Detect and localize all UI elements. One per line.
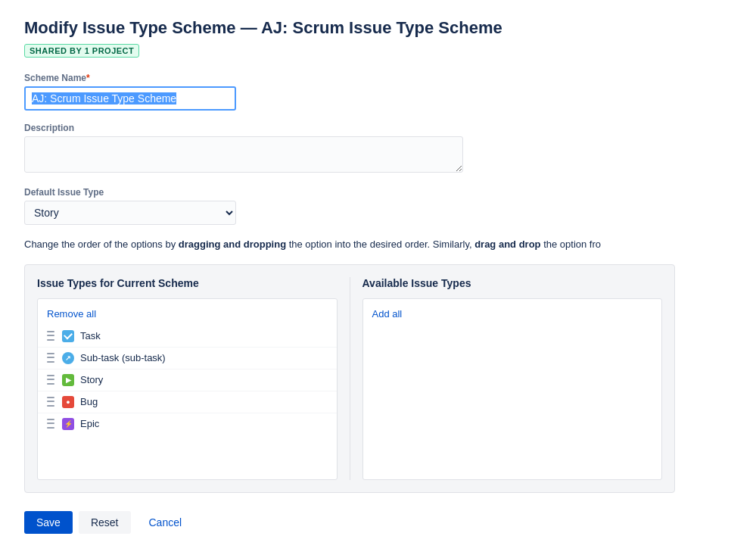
- drag-handle-subtask[interactable]: [47, 352, 56, 364]
- required-indicator: *: [86, 73, 90, 83]
- story-label: Story: [80, 374, 103, 385]
- list-item[interactable]: Task: [38, 326, 337, 348]
- drag-handle-bug[interactable]: [47, 396, 56, 408]
- available-panel-title: Available Issue Types: [362, 277, 663, 289]
- scheme-panels-container: Issue Types for Current Scheme Remove al…: [24, 264, 675, 493]
- remove-all-link[interactable]: Remove all: [38, 305, 337, 326]
- list-item[interactable]: ▶ Story: [38, 369, 337, 391]
- current-scheme-panel-title: Issue Types for Current Scheme: [37, 277, 338, 289]
- epic-label: Epic: [80, 418, 99, 429]
- list-item[interactable]: ↗ Sub-task (sub-task): [38, 348, 337, 369]
- subtask-label: Sub-task (sub-task): [80, 352, 166, 363]
- shared-badge: SHARED BY 1 PROJECT: [24, 44, 139, 58]
- task-icon: [62, 330, 74, 342]
- save-button[interactable]: Save: [24, 511, 73, 534]
- drag-handle-story[interactable]: [47, 374, 56, 386]
- scheme-name-label: Scheme Name*: [24, 73, 732, 83]
- default-issue-type-label: Default Issue Type: [24, 187, 732, 198]
- reset-button[interactable]: Reset: [79, 511, 131, 534]
- task-label: Task: [80, 330, 101, 341]
- add-all-link[interactable]: Add all: [363, 305, 662, 326]
- description-label: Description: [24, 123, 732, 133]
- description-input[interactable]: [24, 136, 463, 173]
- panel-divider: [350, 277, 350, 480]
- drag-handle-task[interactable]: [47, 330, 56, 342]
- available-issue-types-panel: Available Issue Types Add all: [362, 277, 663, 480]
- subtask-icon: ↗: [62, 352, 74, 364]
- cancel-button[interactable]: Cancel: [137, 511, 194, 534]
- bug-icon: ●: [62, 396, 74, 408]
- list-item[interactable]: ⚡ Epic: [38, 413, 337, 435]
- epic-icon: ⚡: [62, 418, 74, 430]
- page-title: Modify Issue Type Scheme — AJ: Scrum Iss…: [24, 18, 732, 38]
- list-item[interactable]: ● Bug: [38, 391, 337, 413]
- default-issue-type-select[interactable]: Story Task Sub-task (sub-task) Bug Epic: [24, 201, 236, 225]
- drag-handle-epic[interactable]: [47, 418, 56, 430]
- bug-label: Bug: [80, 396, 98, 407]
- current-scheme-panel-inner: Remove all Task ↗ Sub-task (sub-task): [37, 298, 338, 480]
- scheme-name-input[interactable]: [24, 86, 236, 111]
- scheme-name-section: Scheme Name*: [24, 73, 732, 111]
- default-issue-type-section: Default Issue Type Story Task Sub-task (…: [24, 187, 732, 225]
- story-icon: ▶: [62, 374, 74, 386]
- available-panel-inner: Add all: [362, 298, 663, 480]
- instruction-text: Change the order of the options by dragg…: [24, 237, 732, 252]
- current-scheme-panel: Issue Types for Current Scheme Remove al…: [37, 277, 338, 480]
- description-section: Description: [24, 123, 732, 175]
- action-buttons: Save Reset Cancel: [24, 511, 732, 534]
